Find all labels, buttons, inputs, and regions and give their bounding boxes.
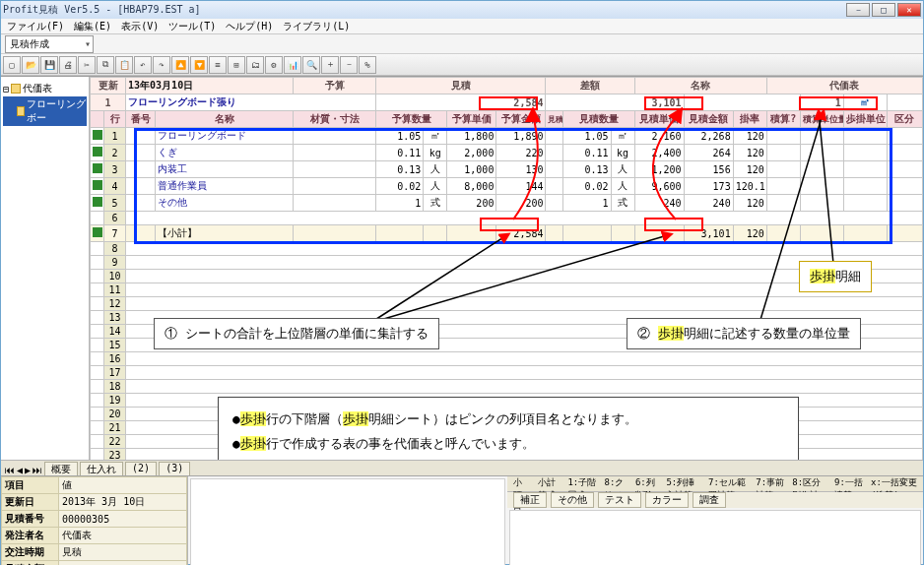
- tab-1[interactable]: 仕入れ: [80, 462, 123, 475]
- spreadsheet: 更新 13年03月10日 予算 見積 差額 名称 代価表 1 フローリングボード…: [90, 77, 923, 460]
- menu-lib[interactable]: ライブラリ(L): [283, 20, 350, 33]
- table-row[interactable]: 6: [91, 212, 923, 225]
- tool-open-icon[interactable]: 📂: [22, 56, 39, 74]
- row-marker-icon: [93, 180, 102, 190]
- stab[interactable]: テスト: [598, 492, 641, 508]
- stab[interactable]: 調査: [693, 492, 726, 508]
- row-marker-icon: [93, 227, 102, 237]
- col-sep: 見積単位: [546, 111, 563, 128]
- annot-2: ② 歩掛明細に記述する数量の単位量: [627, 318, 861, 349]
- tool-cut-icon[interactable]: ✂: [78, 56, 96, 74]
- hdr-update: 更新: [91, 78, 126, 94]
- stab[interactable]: 補正: [513, 492, 547, 508]
- tree-root[interactable]: ⊟ 代価表: [3, 81, 87, 96]
- tool-undo-icon[interactable]: ↶: [134, 56, 152, 74]
- col-rate: 掛率: [733, 111, 766, 128]
- lower-left-panel: [188, 476, 507, 565]
- tool-e-icon[interactable]: 🗂: [246, 56, 264, 74]
- table-row[interactable]: 16: [91, 352, 923, 366]
- tool-i-icon[interactable]: ＋: [321, 56, 339, 74]
- ftab[interactable]: 7:事前計算: [756, 476, 784, 491]
- table-row[interactable]: 8: [91, 242, 923, 256]
- tag-bukake: 歩掛明細: [799, 261, 872, 292]
- item-name[interactable]: フローリングボード張り: [126, 94, 376, 111]
- stab[interactable]: カラー: [645, 492, 689, 508]
- tool-a-icon[interactable]: 🔼: [171, 56, 189, 74]
- tool-paste-icon[interactable]: 📋: [115, 56, 133, 74]
- row-marker-icon: [93, 147, 102, 157]
- ftab[interactable]: 小項目: [513, 476, 530, 491]
- mode-combo[interactable]: 見積作成: [5, 35, 94, 53]
- tab-3[interactable]: (3): [159, 462, 190, 475]
- menubar: ファイル(F) 編集(E) 表示(V) ツール(T) ヘルプ(H) ライブラリ(…: [1, 19, 923, 34]
- table-row[interactable]: 2 くぎ 0.11kg 2,000220 0.11kg 2,400264 120: [91, 145, 923, 161]
- menu-tool[interactable]: ツール(T): [168, 20, 216, 33]
- nav-prev-icon[interactable]: ◀: [17, 465, 23, 475]
- ftab[interactable]: 5:列挿入計算: [666, 476, 700, 491]
- quote-total-cell[interactable]: 3,101: [546, 94, 684, 111]
- ftab[interactable]: 1:子階層式: [567, 476, 596, 491]
- table-row[interactable]: 10: [91, 270, 923, 283]
- ftab[interactable]: 小計算式: [538, 476, 560, 491]
- subtotal-quote: 3,101: [684, 225, 733, 242]
- unit-qty-cell[interactable]: 1: [800, 94, 843, 111]
- tool-b-icon[interactable]: 🔽: [190, 56, 208, 74]
- tool-new-icon[interactable]: ▢: [3, 56, 21, 74]
- close-button[interactable]: ✕: [897, 3, 921, 17]
- menu-edit[interactable]: 編集(E): [74, 20, 111, 33]
- tab-0[interactable]: 概要: [44, 462, 78, 475]
- tab-2[interactable]: (2): [125, 462, 157, 475]
- table-row[interactable]: 1 フローリングボード 1.05㎡ 1,8001,890 1.05㎡ 2,160…: [91, 128, 923, 145]
- tool-d-icon[interactable]: ⊞: [228, 56, 245, 74]
- hdr-name: 名称: [634, 78, 766, 94]
- tool-k-icon[interactable]: %: [359, 56, 376, 74]
- ftab[interactable]: x:一括変更(洗替): [871, 476, 917, 491]
- unit-sym-cell[interactable]: ㎡: [843, 94, 887, 111]
- subtotal-budget: 2,584: [496, 225, 546, 242]
- table-row[interactable]: 9: [91, 256, 923, 270]
- tool-c-icon[interactable]: ≡: [209, 56, 227, 74]
- menu-view[interactable]: 表示(V): [121, 20, 159, 33]
- col-qunit: 見積単価: [634, 111, 684, 128]
- ftab[interactable]: 8:クリア: [604, 476, 627, 491]
- tree-child[interactable]: フローリングボー: [3, 96, 87, 126]
- budget-total-cell[interactable]: 2,584: [376, 94, 546, 111]
- hdr-diff: 差額: [546, 78, 634, 94]
- table-row[interactable]: 12: [91, 297, 923, 311]
- table-row[interactable]: 11: [91, 283, 923, 297]
- lower-left-grid[interactable]: [190, 478, 505, 565]
- tool-print-icon[interactable]: 🖨: [59, 56, 77, 74]
- hdr-quote: 見積: [376, 78, 546, 94]
- nav-first-icon[interactable]: ⏮: [5, 465, 15, 475]
- table-row[interactable]: 18: [91, 380, 923, 394]
- lower-right-panel: 小項目 小計算式 1:子階層式 8:クリア 6:列削除 5:列挿入計算 7:セル…: [507, 476, 923, 565]
- maximize-button[interactable]: □: [872, 3, 895, 17]
- table-row[interactable]: 3 内装工 0.13人 1,000130 0.13人 1,200156 120: [91, 161, 923, 178]
- table-row[interactable]: 4 普通作業員 0.02人 8,000144 0.02人 9,600173 12…: [91, 178, 923, 195]
- ftab[interactable]: 6:列削除: [635, 476, 658, 491]
- subtotal-row[interactable]: 7 【小計】 2,584 3,101 120: [91, 225, 923, 242]
- lower-right-grid[interactable]: [509, 510, 921, 565]
- tool-save-icon[interactable]: 💾: [40, 56, 58, 74]
- menu-file[interactable]: ファイル(F): [7, 20, 64, 33]
- menu-help[interactable]: ヘルプ(H): [226, 20, 273, 33]
- ftab[interactable]: 8:区分別集計: [792, 476, 826, 491]
- tool-f-icon[interactable]: ⚙: [265, 56, 283, 74]
- tool-h-icon[interactable]: 🔍: [302, 56, 320, 74]
- tool-j-icon[interactable]: －: [340, 56, 358, 74]
- col-step: 歩掛単位: [843, 111, 887, 128]
- stab[interactable]: その他: [551, 492, 594, 508]
- tool-copy-icon[interactable]: ⧉: [97, 56, 114, 74]
- tool-g-icon[interactable]: 📊: [284, 56, 301, 74]
- nav-last-icon[interactable]: ⏭: [33, 465, 42, 475]
- minimize-button[interactable]: －: [846, 3, 870, 17]
- tool-redo-icon[interactable]: ↷: [153, 56, 170, 74]
- table-row[interactable]: 17: [91, 366, 923, 380]
- ftab[interactable]: 9:一括読替: [834, 476, 863, 491]
- table-row[interactable]: 5 その他 1式 200200 1式 240240 120: [91, 195, 923, 212]
- annot-1: ① シートの合計を上位階層の単価に集計する: [154, 318, 439, 349]
- nav-next-icon[interactable]: ▶: [25, 465, 31, 475]
- col-bunit: 予算単価: [447, 111, 496, 128]
- col-name: 名称: [156, 111, 294, 128]
- ftab[interactable]: 7:セル範囲計算: [708, 476, 748, 491]
